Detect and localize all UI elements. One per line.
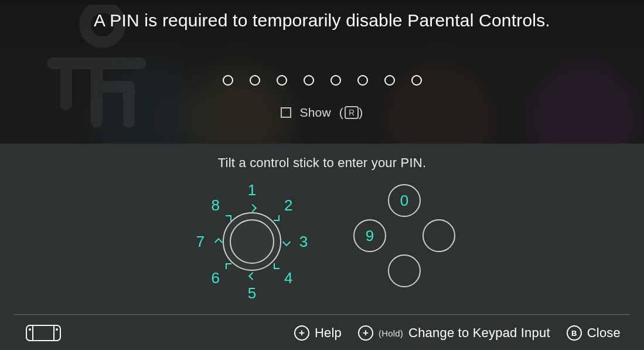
stick-number-1: 1 (243, 181, 261, 199)
hint-help[interactable]: Help (294, 325, 342, 341)
controls-area: 12345678 0 9 (0, 174, 644, 309)
svg-point-4 (56, 328, 58, 331)
stick-number-8: 8 (207, 196, 224, 214)
stick-number-7: 7 (192, 233, 209, 251)
analog-stick-wheel[interactable]: 12345678 (193, 180, 311, 297)
dpad-left-button[interactable]: 9 (353, 219, 386, 252)
footer-hints: Help (Hold) Change to Keypad Input Close (0, 316, 644, 350)
pin-input-dots (0, 75, 644, 86)
stick-tick (226, 263, 231, 269)
stick-outline-inner (230, 219, 274, 264)
plus-icon (358, 325, 373, 341)
instruction-text: Tilt a control stick to enter your PIN. (0, 155, 644, 171)
stick-tick (248, 272, 257, 280)
dpad-top-button[interactable]: 0 (388, 184, 421, 217)
checkbox-icon (281, 107, 291, 118)
svg-rect-2 (33, 325, 54, 341)
stick-tick (214, 238, 223, 246)
pin-dot (277, 75, 287, 86)
dpad-right-button[interactable] (422, 219, 455, 252)
stick-tick (282, 238, 291, 246)
hold-prefix: (Hold) (379, 328, 403, 338)
show-pin-label: Show (299, 106, 330, 120)
dpad-top-label: 0 (400, 192, 409, 210)
svg-rect-1 (26, 325, 60, 341)
r-button-glyph: (R) (339, 106, 363, 120)
hint-close[interactable]: Close (567, 325, 621, 341)
hint-help-label: Help (315, 325, 342, 341)
pin-dot (250, 75, 260, 86)
stick-tick (274, 263, 280, 269)
header: A PIN is required to temporarily disable… (0, 11, 644, 30)
hint-change-keypad[interactable]: (Hold) Change to Keypad Input (358, 325, 550, 341)
stick-tick (274, 215, 280, 221)
pin-dot (330, 75, 341, 86)
stick-number-5: 5 (243, 284, 261, 303)
stick-tick (226, 215, 231, 221)
stick-number-3: 3 (295, 233, 312, 251)
pin-dot (304, 75, 314, 86)
abxy-button-group[interactable]: 0 9 (346, 177, 463, 294)
svg-point-3 (29, 328, 31, 331)
plus-icon (294, 325, 309, 341)
pin-dot (223, 75, 233, 86)
hint-keypad-label: Change to Keypad Input (408, 325, 550, 341)
show-pin-toggle[interactable]: Show (R) (0, 106, 644, 120)
footer-divider (14, 314, 630, 315)
stick-number-2: 2 (280, 196, 297, 214)
dpad-left-label: 9 (366, 227, 374, 245)
hint-close-label: Close (587, 325, 621, 341)
dpad-bottom-button[interactable] (388, 254, 421, 287)
pin-dot (384, 75, 395, 86)
page-title: A PIN is required to temporarily disable… (0, 11, 644, 30)
pin-dot (411, 75, 422, 86)
b-button-icon (567, 325, 582, 341)
stick-number-6: 6 (207, 269, 224, 287)
pin-dot (357, 75, 368, 86)
console-icon (26, 325, 61, 341)
stick-tick (248, 204, 257, 212)
stick-number-4: 4 (280, 269, 297, 287)
